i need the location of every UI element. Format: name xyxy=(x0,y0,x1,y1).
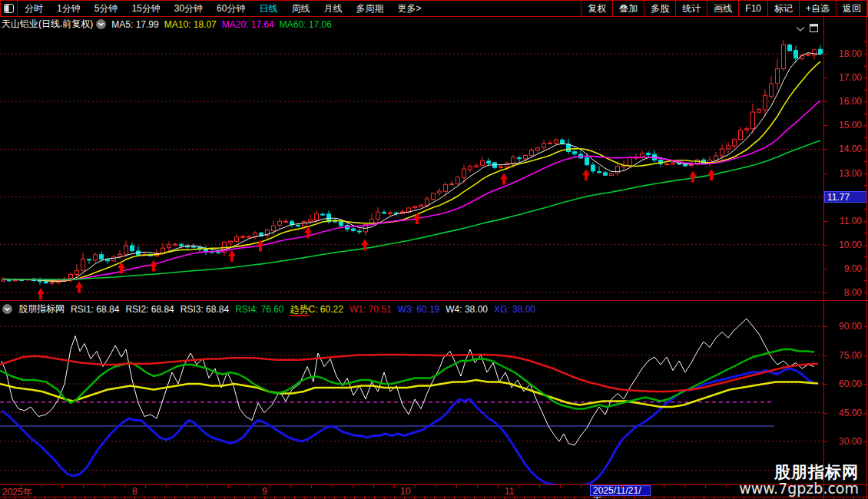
layout-split-icon[interactable] xyxy=(1,1,18,16)
watermark: 股朋指标网 www.7gpzb.com xyxy=(739,463,859,497)
price-axis-label: 8.00 xyxy=(844,287,862,298)
date-axis: 2025/11/21/五 2025年891011 xyxy=(0,485,868,497)
pane-divider xyxy=(0,300,868,301)
date-minor-tick xyxy=(83,485,84,488)
price-axis-label: 9.00 xyxy=(844,263,862,274)
collapse-chevron-icon[interactable] xyxy=(2,304,12,314)
date-tick-label: 10 xyxy=(400,486,410,497)
indicator-value: 趋势C: 60.22 xyxy=(290,304,343,315)
date-minor-tick xyxy=(41,485,42,488)
date-tick-label: 11 xyxy=(505,486,514,497)
date-minor-tick xyxy=(643,485,644,488)
date-minor-tick xyxy=(436,485,436,488)
tab-m5[interactable]: 5分钟 xyxy=(88,1,125,16)
axis-divider xyxy=(823,17,824,499)
date-minor-tick xyxy=(726,485,727,488)
button-tongji[interactable]: 统计 xyxy=(675,1,707,16)
date-minor-tick xyxy=(270,485,270,488)
tab-fenshi[interactable]: 分时 xyxy=(18,1,50,16)
collapse-chevron-icon[interactable] xyxy=(96,19,106,29)
tab-daily[interactable]: 日线 xyxy=(252,1,284,16)
indicator-axis: 90.0075.0060.0045.0030.00 xyxy=(823,316,868,485)
tab-monthly[interactable]: 月线 xyxy=(316,1,349,16)
indicator-value: W3: 60.19 xyxy=(398,304,440,315)
indicator-header: 股朋指标网 RSI1: 68.84RSI2: 68.84RSI3: 68.84R… xyxy=(0,302,823,316)
ma-legend: MA5: 17.99MA10: 18.07MA20: 17.64MA60: 17… xyxy=(106,17,332,31)
tab-m15[interactable]: 15分钟 xyxy=(124,1,167,16)
period-toolbar: 分时1分钟5分钟15分钟30分钟60分钟日线周线月线多周期更多> 复权叠加多股统… xyxy=(0,0,868,17)
date-minor-tick xyxy=(104,485,104,488)
tab-m60[interactable]: 60分钟 xyxy=(210,1,252,16)
tab-multi[interactable]: 多周期 xyxy=(349,1,390,16)
date-minor-tick xyxy=(145,485,146,488)
date-minor-tick xyxy=(249,485,250,488)
indicator-axis-label: 90.00 xyxy=(839,321,862,332)
price-axis-label: 17.00 xyxy=(839,72,862,83)
price-axis-label: 13.00 xyxy=(839,168,862,179)
date-minor-tick xyxy=(228,485,229,488)
indicator-value: RSI2: 68.84 xyxy=(125,304,174,315)
date-minor-tick xyxy=(62,485,63,488)
date-minor-tick xyxy=(290,485,291,488)
tab-m30[interactable]: 30分钟 xyxy=(167,1,210,16)
date-minor-tick xyxy=(622,485,623,488)
price-axis-label: 14.00 xyxy=(839,144,862,154)
indicator-value: RSI3: 68.84 xyxy=(181,304,229,315)
indicator-axis-label: 75.00 xyxy=(839,350,862,361)
indicator-value: W4: 38.00 xyxy=(446,304,488,315)
tab-weekly[interactable]: 周线 xyxy=(284,1,316,16)
date-minor-tick xyxy=(705,485,706,488)
button-huaxian[interactable]: 画线 xyxy=(707,1,738,16)
button-fanhui[interactable]: 返回 xyxy=(836,1,867,16)
date-minor-tick xyxy=(601,485,602,488)
button-f10[interactable]: F10 xyxy=(738,1,767,16)
date-minor-tick xyxy=(353,485,353,488)
indicator-value: RSI4: 76.60 xyxy=(235,304,283,315)
price-axis: 18.0017.0016.0015.0014.0013.0011.0010.00… xyxy=(823,17,868,300)
date-minor-tick xyxy=(560,485,561,488)
date-minor-tick xyxy=(456,485,457,488)
period-tabs: 分时1分钟5分钟15分钟30分钟60分钟日线周线月线多周期更多> xyxy=(18,1,428,16)
button-duogu[interactable]: 多股 xyxy=(644,1,675,16)
last-price-marker: 11.77 xyxy=(824,191,867,203)
button-biaoji[interactable]: 标记 xyxy=(767,1,799,16)
button-fuquan[interactable]: 复权 xyxy=(581,1,612,16)
date-minor-tick xyxy=(415,485,416,488)
date-minor-tick xyxy=(498,485,499,488)
window-right-border xyxy=(866,0,867,499)
chart-title-row: 天山铝业(日线.前复权) MA5: 17.99MA10: 18.07MA20: … xyxy=(0,17,823,31)
button-zixuan[interactable]: +自选 xyxy=(799,1,836,16)
date-minor-tick xyxy=(311,485,312,488)
price-axis-label: 10.00 xyxy=(839,240,862,250)
price-axis-label: 15.00 xyxy=(839,120,862,131)
stock-title: 天山铝业(日线.前复权) xyxy=(2,18,93,31)
date-minor-tick xyxy=(21,485,22,488)
price-axis-label: 11.00 xyxy=(840,216,862,226)
tab-m1[interactable]: 1分钟 xyxy=(50,1,88,16)
date-tick-label: 8 xyxy=(132,486,137,497)
date-minor-tick xyxy=(664,485,664,488)
selected-date-badge: 2025/11/21/五 xyxy=(590,485,651,496)
indicator-values: RSI1: 68.84RSI2: 68.84RSI3: 68.84RSI4: 7… xyxy=(65,302,535,316)
date-minor-tick xyxy=(124,485,125,488)
date-minor-tick xyxy=(518,485,519,488)
rsi-indicator-chart[interactable] xyxy=(0,316,823,485)
toolbar-buttons: 复权叠加多股统计画线F10标记+自选返回 xyxy=(581,1,867,16)
date-minor-tick xyxy=(373,485,374,488)
date-minor-tick xyxy=(684,485,685,488)
ma-legend-item: MA20: 17.64 xyxy=(222,19,274,30)
tab-more[interactable]: 更多> xyxy=(390,1,428,16)
main-candlestick-chart[interactable] xyxy=(0,31,823,300)
date-minor-tick xyxy=(477,485,478,488)
indicator-value: W1: 70.51 xyxy=(350,304,392,315)
indicator-value: XG: 38.00 xyxy=(494,304,535,315)
trading-app-window: 分时1分钟5分钟15分钟30分钟60分钟日线周线月线多周期更多> 复权叠加多股统… xyxy=(0,0,868,499)
button-diejia[interactable]: 叠加 xyxy=(612,1,644,16)
price-axis-label: 16.00 xyxy=(839,96,862,107)
watermark-site-url: www.7gpzb.com xyxy=(739,481,859,497)
indicator-axis-label: 30.00 xyxy=(839,436,862,447)
date-minor-tick xyxy=(187,485,187,488)
indicator-axis-label: 45.00 xyxy=(839,408,862,418)
ma-legend-item: MA10: 18.07 xyxy=(164,19,217,30)
date-minor-tick xyxy=(539,485,540,488)
